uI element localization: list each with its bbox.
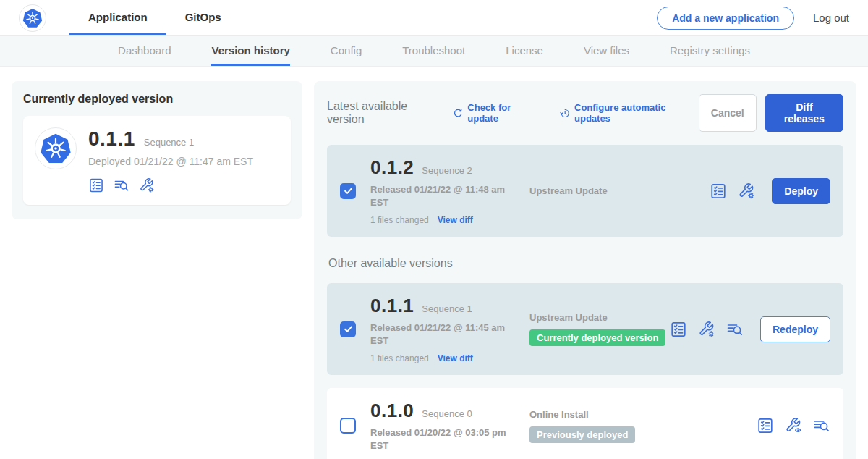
preflight-checks-icon[interactable] (88, 177, 104, 193)
version-number: 0.1.0 (370, 400, 414, 422)
preflight-checks-icon[interactable] (757, 417, 774, 434)
deployed-sequence-label: Sequence 1 (144, 137, 194, 148)
view-diff-link[interactable]: View diff (438, 215, 473, 225)
version-source-label: Upstream Update (529, 185, 710, 196)
files-changed-label: 1 files changed (370, 215, 429, 225)
available-versions-panel: Latest available version Check for updat… (314, 81, 856, 459)
nav-tab-gitops[interactable]: GitOps (166, 0, 240, 35)
redeploy-button[interactable]: Redeploy (760, 316, 830, 342)
version-checkbox[interactable] (340, 321, 356, 337)
version-row-0-1-2: 0.1.2 Sequence 2 Released 01/21/22 @ 11:… (327, 145, 843, 237)
preflight-checks-icon[interactable] (710, 182, 727, 200)
deployed-version-number: 0.1.1 (88, 127, 135, 151)
files-changed-label: 1 files changed (370, 353, 429, 363)
version-source-label: Online Install (529, 409, 757, 420)
version-number: 0.1.2 (370, 156, 414, 179)
check-for-update-link[interactable]: Check for update (453, 102, 541, 124)
version-checkbox[interactable] (340, 418, 356, 434)
preflight-checks-icon[interactable] (670, 321, 687, 338)
version-row-0-1-1: 0.1.1 Sequence 1 Released 01/21/22 @ 11:… (327, 283, 843, 375)
sequence-label: Sequence 0 (422, 408, 472, 419)
tab-license[interactable]: License (506, 36, 543, 66)
released-timestamp: Released 01/21/22 @ 11:48 am EST (370, 183, 508, 209)
nav-tab-application[interactable]: Application (69, 0, 166, 35)
tab-dashboard[interactable]: Dashboard (118, 36, 171, 66)
version-number: 0.1.1 (370, 295, 414, 317)
tab-registry-settings[interactable]: Registry settings (670, 36, 750, 66)
edit-config-wrench-gear-icon[interactable] (139, 177, 155, 193)
view-diff-link[interactable]: View diff (438, 353, 473, 363)
clock-refresh-icon (560, 108, 570, 119)
app-logo (35, 127, 77, 169)
deploy-button[interactable]: Deploy (772, 178, 830, 204)
currently-deployed-title: Currently deployed version (23, 93, 291, 106)
tab-version-history[interactable]: Version history (211, 36, 289, 66)
checkmark-icon (343, 324, 354, 334)
configure-automatic-updates-link[interactable]: Configure automatic updates (560, 102, 699, 124)
currently-deployed-panel: Currently deployed version 0.1.1 Sequenc… (12, 81, 302, 219)
top-navbar: Application GitOps Add a new application… (0, 0, 868, 36)
deployed-version-card: 0.1.1 Sequence 1 Deployed 01/21/22 @ 11:… (23, 116, 291, 205)
released-timestamp: Released 01/20/22 @ 03:05 pm EST (370, 426, 508, 452)
previously-deployed-badge: Previously deployed (529, 426, 635, 443)
view-diff-lines-magnifier-icon[interactable] (813, 417, 830, 434)
edit-config-wrench-gear-icon[interactable] (738, 182, 755, 200)
refresh-icon (453, 108, 463, 119)
sequence-label: Sequence 2 (422, 165, 472, 176)
check-for-update-label: Check for update (467, 102, 540, 124)
latest-available-title: Latest available version (327, 100, 443, 126)
currently-deployed-badge: Currently deployed version (529, 329, 665, 346)
tab-config[interactable]: Config (331, 36, 362, 66)
tab-view-files[interactable]: View files (584, 36, 629, 66)
configure-automatic-updates-label: Configure automatic updates (574, 102, 699, 124)
diff-releases-button[interactable]: Diff releases (765, 94, 843, 132)
view-diff-lines-magnifier-icon[interactable] (114, 177, 129, 193)
version-checkbox[interactable] (340, 183, 356, 199)
add-new-application-button[interactable]: Add a new application (657, 7, 794, 30)
version-row-0-1-0: 0.1.0 Sequence 0 Released 01/20/22 @ 03:… (327, 388, 843, 459)
kubernetes-logo (19, 4, 46, 32)
version-source-label: Upstream Update (529, 312, 670, 323)
other-available-versions-title: Other available versions (328, 257, 843, 270)
checkmark-icon (343, 185, 354, 196)
app-subnav: Dashboard Version history Config Trouble… (0, 36, 868, 67)
deployed-timestamp: Deployed 01/21/22 @ 11:47 am EST (88, 156, 253, 167)
sequence-label: Sequence 1 (422, 303, 472, 314)
view-config-wrench-eye-icon[interactable] (785, 417, 802, 434)
tab-troubleshoot[interactable]: Troubleshoot (402, 36, 465, 66)
edit-config-wrench-gear-icon[interactable] (698, 321, 715, 338)
released-timestamp: Released 01/21/22 @ 11:45 am EST (370, 321, 508, 347)
cancel-button[interactable]: Cancel (699, 94, 757, 132)
view-diff-lines-magnifier-icon[interactable] (726, 321, 744, 338)
logout-button[interactable]: Log out (813, 12, 849, 24)
